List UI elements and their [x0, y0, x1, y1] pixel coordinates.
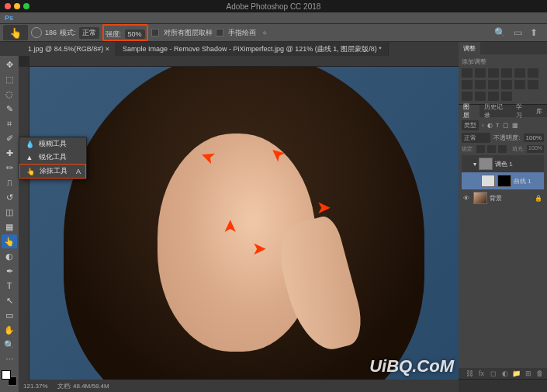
vibrance-icon[interactable]: [514, 68, 525, 78]
smudge-tool[interactable]: 👆: [2, 234, 17, 248]
sample-all-checkbox[interactable]: [151, 29, 159, 36]
zoom-tool[interactable]: 🔍: [2, 338, 17, 352]
filter-shape-icon[interactable]: ▢: [503, 122, 509, 129]
lock-position-icon[interactable]: [487, 145, 496, 153]
lookup-icon[interactable]: [514, 80, 525, 89]
color-swatches[interactable]: [2, 370, 17, 386]
tool-flyout: 💧模糊工具 ▲锐化工具 👆涂抹工具A: [19, 137, 87, 179]
brush-preview-icon[interactable]: [31, 27, 42, 38]
filter-smart-icon[interactable]: ▦: [512, 122, 518, 129]
hue-icon[interactable]: [528, 68, 538, 78]
layer-group-1[interactable]: ▾ 调色 1: [462, 155, 544, 172]
workspace-icon[interactable]: ▭: [514, 27, 522, 38]
document-image[interactable]: ➤ ➤ ➤ ➤ ➤: [29, 67, 459, 380]
tab-libraries[interactable]: 库: [531, 105, 547, 117]
new-group-icon[interactable]: 📁: [512, 369, 521, 377]
eyedropper-tool[interactable]: ✐: [2, 131, 17, 145]
stamp-tool[interactable]: ⎍: [2, 175, 17, 189]
history-brush-tool[interactable]: ↺: [2, 190, 17, 204]
flyout-sharpen-tool[interactable]: ▲锐化工具: [19, 151, 86, 164]
blend-mode-select[interactable]: 正常: [462, 133, 490, 143]
lasso-tool[interactable]: ◌: [2, 87, 17, 101]
bw-icon[interactable]: [475, 80, 486, 89]
healing-tool[interactable]: ✚: [2, 146, 17, 160]
path-select-tool[interactable]: ↖: [2, 293, 17, 307]
foreground-color-swatch[interactable]: [2, 370, 11, 380]
new-fill-icon[interactable]: ◐: [500, 369, 509, 377]
tab-document-1[interactable]: 1.jpg @ 84.5%(RGB/8#) ×: [22, 42, 116, 56]
search-icon[interactable]: 🔍: [494, 27, 506, 38]
filter-adjust-icon[interactable]: ◐: [487, 122, 493, 129]
tab-history[interactable]: 历史记录: [479, 105, 511, 117]
brightness-icon[interactable]: [462, 68, 473, 78]
filter-pixel-icon[interactable]: ▫: [482, 122, 484, 129]
brush-tool[interactable]: ✏: [2, 161, 17, 175]
options-bar: 👆 186 模式: 正常 强度: 50% 对所有图层取样 手指绘画 ⌖ 🔍 ▭ …: [0, 23, 547, 42]
gradient-tool[interactable]: ▦: [2, 220, 17, 234]
tab-layers[interactable]: 图层: [459, 105, 479, 117]
color-balance-icon[interactable]: [462, 80, 473, 89]
share-icon[interactable]: ⬆: [530, 27, 538, 38]
filter-type-icon[interactable]: T: [496, 122, 500, 129]
eraser-tool[interactable]: ◫: [2, 205, 17, 219]
crop-tool[interactable]: ⌗: [2, 116, 17, 130]
marquee-tool[interactable]: ⬚: [2, 72, 17, 86]
layer-curves-1[interactable]: 曲线 1: [462, 172, 544, 189]
finger-icon: 👆: [25, 168, 36, 175]
strength-input[interactable]: 50%: [125, 29, 145, 39]
hand-tool[interactable]: ✋: [2, 323, 17, 337]
layer-name[interactable]: 调色 1: [495, 160, 513, 168]
lock-pixels-icon[interactable]: [476, 145, 485, 153]
layer-filter-select[interactable]: 类型: [462, 120, 479, 130]
selective-color-icon[interactable]: [501, 92, 512, 101]
ruler-horizontal[interactable]: [29, 56, 459, 67]
dodge-tool[interactable]: ◐: [2, 249, 17, 263]
pen-tool[interactable]: ✒: [2, 264, 17, 278]
delete-layer-icon[interactable]: 🗑: [535, 369, 544, 377]
curves-icon[interactable]: [488, 68, 499, 78]
lock-icon[interactable]: 🔒: [535, 195, 542, 202]
threshold-icon[interactable]: [475, 92, 486, 101]
opacity-input[interactable]: 100%: [524, 134, 544, 142]
layer-name[interactable]: 背景: [490, 194, 502, 203]
new-layer-icon[interactable]: ⊞: [524, 369, 532, 377]
channel-mixer-icon[interactable]: [501, 80, 512, 89]
shape-tool[interactable]: ▭: [2, 308, 17, 322]
layer-name[interactable]: 曲线 1: [514, 177, 531, 186]
posterize-icon[interactable]: [462, 92, 473, 101]
layer-mask-icon[interactable]: ◻: [489, 369, 497, 377]
zoom-level[interactable]: 121.37%: [23, 383, 48, 390]
flyout-smudge-tool[interactable]: 👆涂抹工具A: [19, 164, 86, 179]
gradient-map-icon[interactable]: [488, 92, 499, 101]
tab-learn[interactable]: 学习: [511, 105, 532, 117]
flyout-blur-tool[interactable]: 💧模糊工具: [19, 137, 86, 151]
layer-thumbnail[interactable]: [473, 192, 487, 204]
mode-select[interactable]: 正常: [79, 27, 99, 39]
visibility-toggle[interactable]: 👁: [463, 195, 471, 202]
photo-filter-icon[interactable]: [488, 80, 499, 89]
ruler-vertical[interactable]: [19, 67, 29, 380]
chevron-down-icon[interactable]: ▾: [473, 161, 476, 168]
tab-adjustments[interactable]: 调整: [459, 42, 480, 54]
pressure-icon[interactable]: ⌖: [262, 28, 267, 38]
levels-icon[interactable]: [475, 68, 486, 78]
tab-document-2[interactable]: Sample Image - Remove Shadow - PiXimperf…: [116, 42, 389, 56]
edit-toolbar[interactable]: ⋯: [2, 352, 17, 366]
document-size[interactable]: 文档: 48.4M/58.4M: [57, 382, 109, 390]
link-layers-icon[interactable]: ⛓: [466, 369, 474, 377]
exposure-icon[interactable]: [501, 68, 512, 78]
layer-style-icon[interactable]: fx: [477, 369, 486, 377]
invert-icon[interactable]: [528, 80, 538, 89]
move-tool[interactable]: ✥: [2, 57, 17, 71]
quick-select-tool[interactable]: ✎: [2, 102, 17, 116]
lock-all-icon[interactable]: [498, 145, 507, 153]
quick-mask-tool[interactable]: ◙: [2, 387, 17, 392]
tool-preset-button[interactable]: 👆: [3, 25, 28, 40]
finger-paint-checkbox[interactable]: [216, 29, 223, 36]
type-tool[interactable]: T: [2, 279, 17, 293]
ps-logo: Ps: [5, 14, 13, 22]
curves-thumbnail[interactable]: [481, 175, 495, 187]
layer-mask-thumbnail[interactable]: [497, 175, 511, 187]
fill-input[interactable]: 100%: [527, 145, 544, 153]
layer-background[interactable]: 👁 背景 🔒: [462, 189, 544, 206]
